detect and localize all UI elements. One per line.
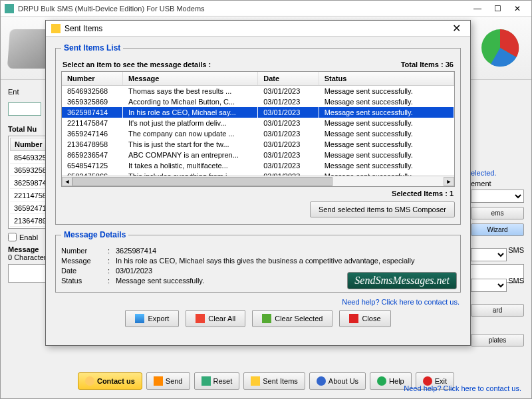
contact-us-button[interactable]: Contact us bbox=[78, 372, 142, 390]
cell-number: 8659236547 bbox=[62, 150, 122, 160]
main-titlebar: DRPU Bulk SMS (Multi-Device Edition) For… bbox=[1, 1, 531, 17]
detail-status-label: Status bbox=[61, 277, 108, 285]
contact-label: Contact us bbox=[97, 377, 135, 385]
total-items-label: Total Items : bbox=[401, 61, 444, 68]
reset-icon bbox=[201, 376, 211, 386]
sent-items-button[interactable]: Sent Items bbox=[243, 372, 305, 390]
table-row[interactable]: 2136478958This is just the start for the… bbox=[62, 139, 454, 150]
dialog-titlebar: Sent Items ✕ bbox=[46, 21, 470, 37]
dialog-close-btn[interactable]: Close bbox=[339, 310, 390, 327]
sent-items-list-group: Sent Items List Select an item to see th… bbox=[55, 43, 461, 225]
detail-date-label: Date bbox=[61, 267, 108, 275]
cell-date: 03/01/2023 bbox=[258, 86, 319, 97]
col-status-header[interactable]: Status bbox=[319, 72, 454, 86]
wizard-button[interactable]: Wizard bbox=[471, 223, 524, 236]
dialog-title: Sent Items bbox=[65, 24, 448, 33]
enable-checkbox[interactable] bbox=[8, 233, 17, 241]
cell-date: 03/01/2023 bbox=[258, 118, 319, 128]
close-button[interactable]: ✕ bbox=[507, 2, 527, 15]
table-row[interactable]: 8659236547ABC COMPANY is an entrepren...… bbox=[62, 150, 454, 160]
right-dropdown-1[interactable] bbox=[471, 190, 524, 203]
export-button[interactable]: Export bbox=[125, 310, 179, 327]
enable-label: Enabl bbox=[19, 233, 38, 241]
sent-items-dialog: Sent Items ✕ Sent Items List Select an i… bbox=[45, 20, 471, 346]
horizontal-scrollbar[interactable]: ◄ ► bbox=[62, 176, 454, 186]
ard-button[interactable]: ard bbox=[471, 304, 524, 317]
cell-date: 03/01/2023 bbox=[258, 96, 319, 107]
watermark: SendSmsMessages.net bbox=[347, 272, 457, 289]
cell-number: 3659247146 bbox=[62, 128, 122, 139]
plates-button[interactable]: plates bbox=[471, 334, 524, 346]
main-help-link[interactable]: Need help? Click here to contact us. bbox=[404, 384, 521, 392]
sms-dropdown-2[interactable] bbox=[471, 279, 507, 292]
selected-items-value: 1 bbox=[450, 190, 454, 198]
back-number-cell[interactable]: 36259874 bbox=[10, 178, 51, 189]
back-number-cell[interactable]: 36592471 bbox=[10, 203, 51, 214]
back-number-cell[interactable]: 22114758 bbox=[10, 190, 51, 201]
back-number-cell[interactable]: 21364789 bbox=[10, 215, 51, 227]
clear-selected-label: Clear Selected bbox=[275, 315, 323, 323]
details-legend: Message Details bbox=[61, 230, 128, 239]
col-number-header[interactable]: Number bbox=[62, 72, 122, 86]
total-items: Total Items : 36 bbox=[401, 61, 454, 68]
cell-message: In his role as CEO, Michael say... bbox=[122, 107, 257, 118]
send-button[interactable]: Send bbox=[146, 372, 190, 390]
ement-label: ement bbox=[471, 180, 524, 188]
scroll-thumb[interactable] bbox=[72, 177, 332, 186]
clear-all-button[interactable]: Clear All bbox=[186, 310, 245, 327]
scroll-track[interactable] bbox=[72, 177, 444, 186]
sms-dropdown-1[interactable] bbox=[471, 248, 507, 261]
dialog-button-bar: Export Clear All Clear Selected Close bbox=[55, 310, 461, 327]
cell-message: This is just the start for the tw... bbox=[122, 139, 257, 150]
about-label: About Us bbox=[329, 377, 358, 385]
minimize-button[interactable]: — bbox=[467, 2, 487, 15]
detail-number-label: Number bbox=[61, 247, 108, 255]
dialog-help-link[interactable]: Need help? Click here to contact us. bbox=[57, 298, 460, 306]
table-row[interactable]: 3625987414In his role as CEO, Michael sa… bbox=[62, 107, 454, 118]
right-panel: elected. ement ems Wizard SMS SMS ard pl… bbox=[471, 166, 524, 348]
col-message-header[interactable]: Message bbox=[122, 72, 257, 86]
sent-label: Sent Items bbox=[263, 377, 298, 385]
col-date-header[interactable]: Date bbox=[258, 72, 319, 86]
back-number-cell[interactable]: 36593258 bbox=[10, 165, 51, 176]
table-row[interactable]: 6548547125It takes a holistic, multiface… bbox=[62, 160, 454, 171]
back-number-header: Number bbox=[10, 138, 51, 151]
close-label: Close bbox=[362, 315, 380, 323]
table-row[interactable]: 3659247146The company can now update ...… bbox=[62, 128, 454, 139]
back-number-cell[interactable]: 85469325 bbox=[10, 152, 51, 164]
items-grid[interactable]: Number Message Date Status 8546932568Tho… bbox=[61, 71, 455, 187]
cell-message: According to Michael Button, C... bbox=[122, 96, 257, 107]
sms-label-2: SMS bbox=[508, 277, 524, 294]
ent-input[interactable] bbox=[8, 102, 41, 116]
cell-date: 03/01/2023 bbox=[258, 128, 319, 139]
cell-number: 8546932568 bbox=[62, 86, 122, 97]
cell-date: 03/01/2023 bbox=[258, 150, 319, 160]
cell-number: 2136478958 bbox=[62, 139, 122, 150]
total-items-value: 36 bbox=[446, 61, 454, 68]
help-label: Help bbox=[389, 377, 404, 385]
cell-status: Message sent successfully. bbox=[319, 150, 454, 160]
cell-number: 6548547125 bbox=[62, 160, 122, 171]
cell-status: Message sent successfully. bbox=[319, 118, 454, 128]
items-button[interactable]: ems bbox=[471, 207, 524, 219]
table-row[interactable]: 8546932568Thomas says the best results .… bbox=[62, 86, 454, 97]
cell-message: It takes a holistic, multifacete... bbox=[122, 160, 257, 171]
cell-date: 03/01/2023 bbox=[258, 160, 319, 171]
cell-status: Message sent successfully. bbox=[319, 160, 454, 171]
send-to-composer-button[interactable]: Send selected items to SMS Composer bbox=[310, 201, 455, 217]
about-us-button[interactable]: About Us bbox=[309, 372, 366, 390]
contact-icon bbox=[85, 376, 94, 386]
close-icon bbox=[349, 314, 358, 323]
reset-button[interactable]: Reset bbox=[194, 372, 240, 390]
maximize-button[interactable]: ☐ bbox=[487, 2, 507, 15]
scroll-right-icon[interactable]: ► bbox=[444, 177, 454, 186]
detail-number-value: 3625987414 bbox=[116, 247, 455, 255]
app-icon bbox=[5, 4, 14, 13]
instruction-text: Select an item to see the message detail… bbox=[63, 61, 211, 68]
table-row[interactable]: 3659325869According to Michael Button, C… bbox=[62, 96, 454, 107]
scroll-left-icon[interactable]: ◄ bbox=[62, 177, 72, 186]
cell-date: 03/01/2023 bbox=[258, 107, 319, 118]
clear-selected-button[interactable]: Clear Selected bbox=[252, 310, 332, 327]
table-row[interactable]: 2211475847It's not just the platform del… bbox=[62, 118, 454, 128]
dialog-close-button[interactable]: ✕ bbox=[448, 22, 465, 35]
